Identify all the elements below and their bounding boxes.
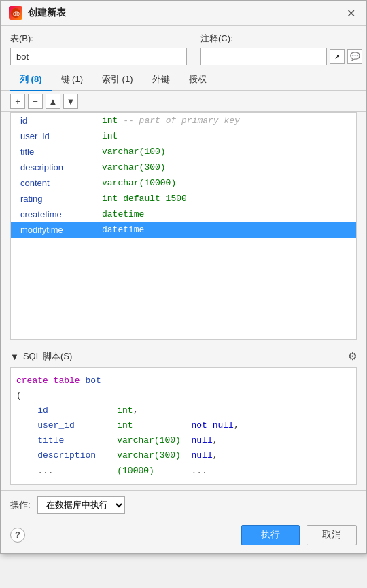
columns-table: id int -- part of primary key user_id in… — [11, 113, 356, 339]
sql-line: create table bot — [16, 373, 351, 388]
col-name: createtime — [11, 206, 92, 222]
comment-label: 注释(C): — [200, 33, 362, 45]
col-name: description — [11, 160, 92, 175]
col-name: content — [11, 175, 92, 191]
table-row[interactable]: content varchar(10000) — [11, 175, 356, 191]
sql-toggle[interactable]: ▼ SQL 脚本(S) — [10, 350, 72, 363]
table-row[interactable]: id int -- part of primary key — [11, 113, 356, 128]
table-row-empty — [11, 278, 356, 299]
table-name-input[interactable] — [10, 48, 187, 65]
bottom-buttons: ? 执行 取消 — [1, 519, 366, 553]
table-name-field: 表(B): — [10, 33, 187, 65]
title-bar: db 创建新表 ✕ — [1, 1, 366, 26]
table-row[interactable]: description varchar(300) — [11, 160, 356, 175]
comment-row: ↗ 💬 — [200, 48, 362, 65]
col-type: int — [92, 128, 356, 144]
col-name: title — [11, 144, 92, 160]
comment-field: 注释(C): ↗ 💬 — [200, 33, 362, 65]
tab-permissions[interactable]: 授权 — [179, 69, 216, 91]
table-row-empty — [11, 319, 356, 339]
close-button[interactable]: ✕ — [344, 7, 358, 20]
columns-container: id int -- part of primary key user_id in… — [10, 112, 357, 340]
table-row[interactable]: createtime datetime — [11, 206, 356, 222]
table-row-empty — [11, 299, 356, 319]
sql-line: ( — [16, 388, 351, 403]
sql-section-header: ▼ SQL 脚本(S) ⚙ — [1, 346, 366, 367]
sql-gear-button[interactable]: ⚙ — [348, 350, 357, 363]
table-row[interactable]: title varchar(100) — [11, 144, 356, 160]
table-row[interactable]: user_id int — [11, 128, 356, 144]
tab-keys[interactable]: 键 (1) — [52, 69, 93, 91]
col-type: datetime — [92, 206, 356, 222]
form-row: 表(B): 注释(C): ↗ 💬 — [1, 26, 366, 69]
col-type: datetime — [92, 222, 356, 238]
table-row-empty — [11, 238, 356, 258]
table-row[interactable]: modifytime datetime — [11, 222, 356, 238]
sql-toggle-icon: ▼ — [10, 352, 19, 362]
sql-line: description varchar(300) null, — [16, 448, 351, 463]
col-name: rating — [11, 191, 92, 206]
tab-columns[interactable]: 列 (8) — [10, 69, 52, 91]
help-button[interactable]: ? — [10, 528, 25, 543]
title-bar-left: db 创建新表 — [9, 6, 66, 20]
table-row[interactable]: rating int default 1500 — [11, 191, 356, 206]
tab-foreign-keys[interactable]: 外键 — [143, 69, 179, 91]
comment-input[interactable] — [200, 48, 327, 65]
svg-text:db: db — [13, 10, 20, 17]
sql-editor[interactable]: create table bot ( id int, user_id int n… — [10, 367, 357, 485]
sql-line: id int, — [16, 403, 351, 418]
table-row-empty — [11, 258, 356, 278]
sql-line: user_id int not null, — [16, 418, 351, 433]
tab-indexes[interactable]: 索引 (1) — [92, 69, 143, 91]
col-type: int default 1500 — [92, 191, 356, 206]
tabs-bar: 列 (8) 键 (1) 索引 (1) 外键 授权 — [1, 69, 366, 91]
dialog-title: 创建新表 — [28, 7, 66, 19]
move-down-button[interactable]: ▼ — [63, 94, 78, 109]
comment-note-button[interactable]: 💬 — [347, 49, 362, 64]
columns-toolbar: + − ▲ ▼ — [1, 91, 366, 112]
add-column-button[interactable]: + — [10, 94, 25, 109]
sql-section-title: SQL 脚本(S) — [23, 350, 72, 363]
remove-column-button[interactable]: − — [28, 94, 43, 109]
execute-button[interactable]: 执行 — [241, 525, 300, 545]
sql-line: title varchar(100) null, — [16, 433, 351, 448]
footer-row: 操作: 在数据库中执行 生成SQL文件 复制到剪贴板 — [1, 490, 366, 519]
sql-line: ... (10000) ... — [16, 464, 351, 479]
create-table-dialog: db 创建新表 ✕ 表(B): 注释(C): ↗ 💬 列 (8) 键 (1) — [0, 0, 367, 554]
cancel-button[interactable]: 取消 — [307, 525, 357, 545]
col-name: user_id — [11, 128, 92, 144]
col-name: modifytime — [11, 222, 92, 238]
col-type: varchar(300) — [92, 160, 356, 175]
app-icon: db — [9, 6, 22, 20]
col-type: varchar(100) — [92, 144, 356, 160]
col-type: int -- part of primary key — [92, 113, 356, 128]
operation-label: 操作: — [10, 499, 31, 511]
col-type: varchar(10000) — [92, 175, 356, 191]
col-name: id — [11, 113, 92, 128]
table-label: 表(B): — [10, 33, 187, 45]
operation-select[interactable]: 在数据库中执行 生成SQL文件 复制到剪贴板 — [37, 496, 125, 514]
comment-expand-button[interactable]: ↗ — [330, 49, 345, 64]
move-up-button[interactable]: ▲ — [46, 94, 60, 109]
